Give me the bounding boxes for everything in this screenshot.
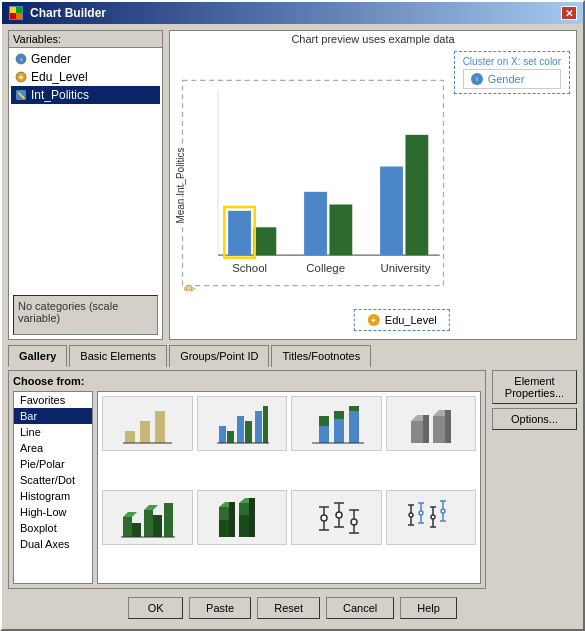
chart-svg: School College University [180, 77, 446, 294]
thumbnail-grouped-error[interactable] [386, 490, 477, 545]
chart-type-boxplot[interactable]: Boxplot [14, 520, 92, 536]
svg-text:University: University [380, 262, 430, 274]
ok-button[interactable]: OK [128, 597, 183, 619]
footer-buttons: OK Paste Reset Cancel Help [8, 593, 577, 623]
svg-rect-4 [10, 13, 16, 19]
chart-area: Cluster on X: set color ♀ Gender Mean In… [170, 47, 576, 339]
chart-type-dual-axes[interactable]: Dual Axes [14, 536, 92, 552]
thumbnail-3d-clustered[interactable] [102, 490, 193, 545]
svg-text:♀: ♀ [474, 75, 480, 84]
svg-point-95 [441, 509, 445, 513]
chart-type-pie-polar[interactable]: Pie/Polar [14, 456, 92, 472]
svg-marker-58 [144, 505, 158, 510]
titlebar: Chart Builder ✕ [2, 2, 583, 24]
svg-rect-20 [380, 167, 403, 256]
cluster-box: Cluster on X: set color ♀ Gender [454, 51, 570, 94]
edu-level-axis-box: ✦ Edu_Level [354, 309, 450, 331]
chart-type-high-low[interactable]: High-Low [14, 504, 92, 520]
close-button[interactable]: ✕ [561, 6, 577, 20]
svg-point-71 [321, 515, 327, 521]
svg-rect-1 [10, 7, 16, 13]
window-title: Chart Builder [30, 6, 555, 20]
paste-button[interactable]: Paste [189, 597, 251, 619]
gallery-content: Favorites Bar Line Area Pie/Polar Scatte… [13, 391, 481, 584]
chart-thumbnails [97, 391, 481, 584]
svg-rect-55 [153, 515, 162, 537]
svg-rect-16 [228, 211, 251, 255]
chart-type-scatter-dot[interactable]: Scatter/Dot [14, 472, 92, 488]
tab-basic-elements[interactable]: Basic Elements [69, 345, 167, 367]
svg-rect-51 [445, 410, 451, 443]
variable-item-edu-level[interactable]: ✦ Edu_Level [11, 68, 160, 86]
thumbnail-3d-bar[interactable] [386, 396, 477, 451]
svg-rect-28 [125, 431, 135, 443]
svg-rect-52 [123, 517, 132, 537]
svg-text:✦: ✦ [18, 74, 24, 81]
preview-panel: Chart preview uses example data Cluster … [169, 30, 577, 340]
edu-level-axis-icon: ✦ [367, 313, 381, 327]
chart-builder-window: Chart Builder ✕ Variables: ♀ Gender [0, 0, 585, 631]
no-categories-label: No categories (scale variable) [13, 295, 158, 335]
gallery-panel: Choose from: Favorites Bar Line Area Pie… [8, 370, 486, 589]
svg-rect-33 [227, 431, 234, 443]
edu-level-axis-label: Edu_Level [385, 314, 437, 326]
element-properties-button[interactable]: Element Properties... [492, 370, 577, 404]
svg-marker-57 [123, 512, 137, 517]
variable-item-int-politics[interactable]: 📏 Int_Politics [11, 86, 160, 104]
chart-type-line[interactable]: Line [14, 424, 92, 440]
preview-label: Chart preview uses example data [170, 31, 576, 47]
cancel-button[interactable]: Cancel [326, 597, 394, 619]
svg-rect-17 [253, 227, 276, 255]
svg-rect-39 [319, 426, 329, 443]
edu-level-icon: ✦ [15, 71, 27, 83]
svg-text:College: College [306, 262, 345, 274]
svg-rect-18 [304, 192, 327, 255]
gender-icon: ♀ [15, 53, 27, 65]
chart-type-bar[interactable]: Bar [14, 408, 92, 424]
thumbnail-clustered-bar[interactable] [197, 396, 288, 451]
tab-groups-point-id[interactable]: Groups/Point ID [169, 345, 269, 367]
reset-button[interactable]: Reset [257, 597, 320, 619]
svg-rect-3 [16, 7, 22, 13]
thumbnail-3d-stacked[interactable] [197, 490, 288, 545]
chart-type-histogram[interactable]: Histogram [14, 488, 92, 504]
int-politics-icon: 📏 [15, 89, 27, 101]
svg-point-83 [409, 513, 413, 517]
variable-name-int-politics: Int_Politics [31, 88, 89, 102]
bar-chart: School College University [180, 77, 446, 294]
chart-type-area[interactable]: Area [14, 440, 92, 456]
cluster-inner: ♀ Gender [463, 69, 561, 89]
svg-rect-21 [405, 135, 428, 255]
svg-rect-61 [219, 507, 229, 520]
variable-item-gender[interactable]: ♀ Gender [11, 50, 160, 68]
svg-rect-54 [144, 510, 153, 537]
svg-rect-30 [155, 411, 165, 443]
svg-rect-46 [411, 421, 423, 443]
tab-gallery[interactable]: Gallery [8, 345, 67, 367]
svg-rect-49 [433, 416, 445, 443]
options-button[interactable]: Options... [492, 408, 577, 430]
variables-list: ♀ Gender ✦ Edu_Level [9, 48, 162, 291]
svg-rect-65 [239, 503, 249, 515]
chart-type-favorites[interactable]: Favorites [14, 392, 92, 408]
tab-titles-footnotes[interactable]: Titles/Footnotes [271, 345, 371, 367]
svg-rect-60 [219, 520, 229, 537]
help-button[interactable]: Help [400, 597, 457, 619]
thumbnail-simple-bar[interactable] [102, 396, 193, 451]
bottom-section: Choose from: Favorites Bar Line Area Pie… [8, 370, 577, 589]
svg-rect-64 [239, 515, 249, 537]
svg-rect-35 [245, 421, 252, 443]
svg-point-91 [431, 515, 435, 519]
window-content: Variables: ♀ Gender ✦ [2, 24, 583, 629]
tabs-section: Gallery Basic Elements Groups/Point ID T… [8, 344, 577, 366]
choose-from-label: Choose from: [13, 375, 481, 387]
thumbnail-stacked-bar[interactable] [291, 396, 382, 451]
svg-rect-67 [249, 498, 255, 537]
pencil-icon: ✏ [184, 281, 196, 297]
svg-rect-48 [423, 415, 429, 443]
variables-panel: Variables: ♀ Gender ✦ [8, 30, 163, 340]
svg-rect-29 [140, 421, 150, 443]
thumbnail-error-bar[interactable] [291, 490, 382, 545]
svg-rect-56 [164, 503, 173, 537]
svg-text:✦: ✦ [370, 316, 377, 325]
